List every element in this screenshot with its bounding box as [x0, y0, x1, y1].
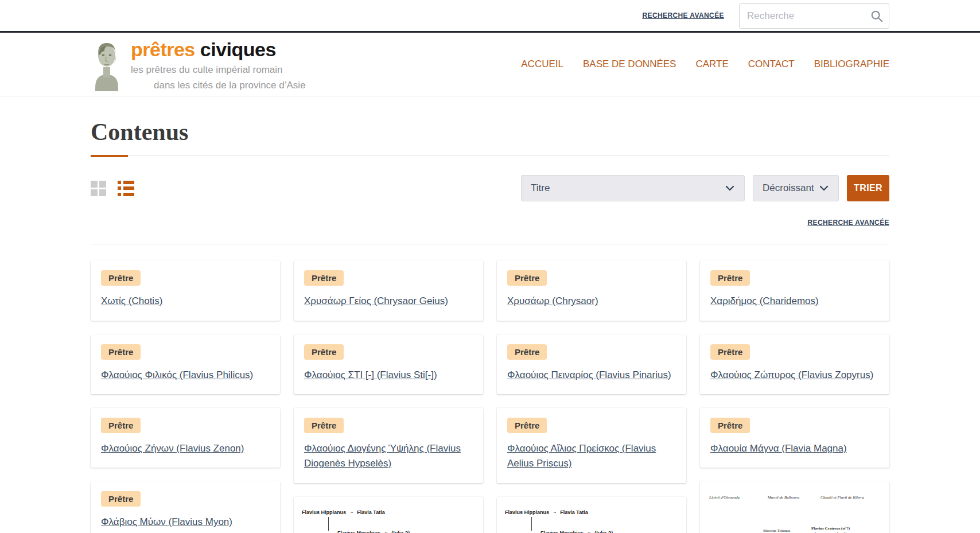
result-card: Prêtre Φλαούιος Ζήνων (Flavius Zenon): [91, 408, 280, 468]
stemma-family-header: Claudii et Flavii de Kibyra: [820, 495, 864, 500]
stemma-diagram: Flavius Hippianus~Flavia Tatia Flavius M…: [302, 509, 475, 533]
advanced-search-link-main[interactable]: RECHERCHE AVANCÉE: [807, 219, 889, 227]
record-link[interactable]: Φλαουία Μάγνα (Flavia Magna): [710, 441, 847, 456]
type-badge: Prêtre: [507, 344, 547, 360]
results-grid: Prêtre Χωτίς (Chotis) Prêtre Φλαούιος Φι…: [91, 260, 889, 533]
result-card: Prêtre Φλαούιος ΣΤΙ [-] (Flavius Sti[-]): [294, 334, 483, 394]
main-content: Contenus Titre Décroissant: [91, 118, 889, 533]
type-badge: Prêtre: [710, 418, 750, 433]
stemma-person: Flavia Tatia: [560, 509, 588, 515]
type-badge: Prêtre: [710, 344, 750, 360]
stemma-diagram: Flavius Hippianus~Flavia Tatia Flavius M…: [505, 509, 678, 533]
stemma-person: Flavius Moschius: [540, 530, 584, 533]
stemma-person: (Iulia ?): [391, 530, 410, 533]
stemma-person: Flavia Tatia: [357, 509, 384, 515]
record-link[interactable]: Φλάβιος Μύων (Flavius Myon): [101, 515, 232, 530]
site-title-part1: prêtres: [131, 38, 195, 60]
result-card: Prêtre Φλαούιος Φιλικός (Flavius Philicu…: [91, 334, 280, 394]
grid-column-1: Prêtre Χωτίς (Chotis) Prêtre Φλαούιος Φι…: [91, 260, 280, 533]
record-link[interactable]: Χρυσάωρ Γείος (Chrysaor Geius): [304, 294, 448, 309]
chevron-down-icon: [725, 183, 735, 193]
search-icon[interactable]: [870, 10, 883, 22]
type-badge: Prêtre: [101, 270, 141, 286]
stemma-diagram-complex: Licinii d'Oinoanda Marcii de Balboura Cl…: [708, 494, 881, 533]
record-link[interactable]: Φλαούιος Ζήνων (Flavius Zenon): [101, 441, 244, 456]
type-badge: Prêtre: [507, 418, 547, 433]
result-card: Prêtre Χαριδήμος (Charidemos): [700, 260, 889, 320]
advanced-search-link-top[interactable]: RECHERCHE AVANCÉE: [642, 11, 724, 20]
stemma-person: Flavius Hippianus: [302, 509, 346, 515]
search-box: [739, 3, 889, 29]
type-badge: Prêtre: [304, 270, 344, 286]
tree-connector: [531, 517, 532, 531]
record-link[interactable]: Χωτίς (Chotis): [101, 294, 162, 309]
section-divider: [91, 244, 889, 244]
stemma-family-header: Marcii de Balboura: [768, 495, 799, 500]
sort-direction-select[interactable]: Décroissant: [753, 175, 839, 201]
site-tagline-line2: dans les cités de la province d’Asie: [154, 80, 306, 91]
record-link[interactable]: Φλαούιος Διογένης Ὑψήλης (Flavius Diogen…: [304, 441, 473, 472]
stemma-person: Flavius Moschius: [337, 530, 380, 533]
nav-item-base-de-donnees[interactable]: BASE DE DONNÉES: [583, 59, 676, 70]
tree-connector: [328, 517, 329, 531]
record-link[interactable]: Χαριδήμος (Charidemos): [710, 294, 819, 309]
sort-direction-value: Décroissant: [763, 182, 819, 194]
type-badge: Prêtre: [101, 491, 141, 507]
top-utility-bar: RECHERCHE AVANCÉE: [0, 0, 980, 33]
record-link[interactable]: Φλαούιος Φιλικός (Flavius Philicus): [101, 368, 253, 383]
nav-item-accueil[interactable]: ACCUEIL: [521, 59, 563, 70]
nav-item-contact[interactable]: CONTACT: [748, 59, 795, 70]
grid-view-icon[interactable]: [91, 181, 106, 196]
result-card: Prêtre Φλαουία Μάγνα (Flavia Magna): [700, 408, 889, 468]
type-badge: Prêtre: [101, 344, 141, 360]
record-link[interactable]: Φλαούιος Ζώπυρος (Flavius Zopyrus): [710, 368, 873, 383]
grid-column-3: Prêtre Χρυσάωρ (Chrysaor) Prêtre Φλαούιο…: [497, 260, 686, 533]
type-badge: Prêtre: [507, 270, 547, 286]
main-nav: ACCUEIL BASE DE DONNÉES CARTE CONTACT BI…: [521, 59, 889, 70]
search-input[interactable]: [739, 3, 889, 29]
result-card: Prêtre Φλαούιος Διογένης Ὑψήλης (Flavius…: [294, 408, 483, 483]
result-card: Prêtre Φλάβιος Μύων (Flavius Myon): [91, 481, 280, 533]
result-card: Prêtre Φλαούιος Αἴλιος Πρείσκος (Flavius…: [497, 408, 686, 483]
type-badge: Prêtre: [101, 418, 141, 433]
sort-submit-button[interactable]: TRIER: [847, 175, 889, 201]
result-card: Prêtre Χωτίς (Chotis): [91, 260, 280, 320]
stemma-family-header: Licinii d'Oinoanda: [709, 495, 740, 500]
record-link[interactable]: Χρυσάωρ (Chrysaor): [507, 294, 598, 309]
family-tree-card[interactable]: Licinii d'Oinoanda Marcii de Balboura Cl…: [700, 481, 889, 533]
page-title: Contenus: [91, 118, 889, 146]
result-card: Prêtre Χρυσάωρ (Chrysaor): [497, 260, 686, 320]
family-tree-card[interactable]: Flavius Hippianus~Flavia Tatia Flavius M…: [294, 497, 483, 533]
site-logo[interactable]: prêtresciviques les prêtres du culte imp…: [91, 37, 306, 91]
record-link[interactable]: Φλαούιος ΣΤΙ [-] (Flavius Sti[-]): [304, 368, 437, 383]
site-tagline-line1: les prêtres du culte impérial romain: [131, 64, 306, 76]
family-tree-card[interactable]: Flavius Hippianus~Flavia Tatia Flavius M…: [497, 497, 686, 533]
grid-column-2: Prêtre Χρυσάωρ Γείος (Chrysaor Geius) Pr…: [294, 260, 483, 533]
sort-field-value: Titre: [531, 182, 725, 194]
type-badge: Prêtre: [304, 344, 344, 360]
stemma-person: Flavius Hippianus: [505, 509, 549, 515]
nav-item-bibliographie[interactable]: BIBLIOGRAPHIE: [814, 59, 889, 70]
chevron-down-icon: [819, 183, 829, 193]
title-rule: [91, 155, 889, 157]
grid-column-4: Prêtre Χαριδήμος (Charidemos) Prêtre Φλα…: [700, 260, 889, 533]
site-title-part2: civiques: [200, 38, 276, 60]
augustus-bust-icon: [91, 40, 123, 91]
nav-item-carte[interactable]: CARTE: [695, 59, 728, 70]
type-badge: Prêtre: [304, 418, 344, 433]
site-title: prêtresciviques: [131, 40, 306, 59]
record-link[interactable]: Φλαούιος Αἴλιος Πρείσκος (Flavius Aelius…: [507, 441, 676, 472]
sort-field-select[interactable]: Titre: [521, 175, 745, 201]
record-link[interactable]: Φλαούιος Πειναρίος (Flavius Pinarius): [507, 368, 671, 383]
list-controls: Titre Décroissant TRIER: [91, 175, 889, 201]
result-card: Prêtre Φλαούιος Πειναρίος (Flavius Pinar…: [497, 334, 686, 394]
result-card: Prêtre Χρυσάωρ Γείος (Chrysaor Geius): [294, 260, 483, 320]
site-header: prêtresciviques les prêtres du culte imp…: [0, 33, 980, 96]
list-view-icon[interactable]: [118, 181, 134, 196]
stemma-person: (Iulia ?): [594, 530, 613, 533]
type-badge: Prêtre: [710, 270, 750, 286]
result-card: Prêtre Φλαούιος Ζώπυρος (Flavius Zopyrus…: [700, 334, 889, 394]
